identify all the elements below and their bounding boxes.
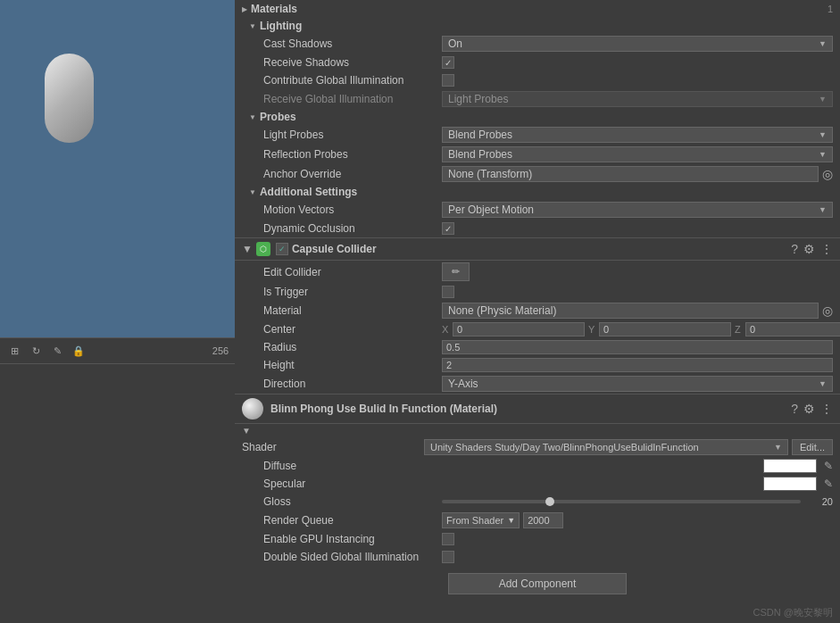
materials-section-header[interactable]: ▶ Materials 1 <box>235 0 840 18</box>
radius-input[interactable] <box>442 340 833 354</box>
height-label: Height <box>263 359 442 371</box>
shader-dropdown[interactable]: Unity Shaders Study/Day Two/BlinnPhongUs… <box>424 439 788 455</box>
brush-tool-icon[interactable]: ✎ <box>48 342 66 360</box>
capsule-collider-title: Capsule Collider <box>292 243 791 255</box>
center-label: Center <box>263 323 442 336</box>
gloss-slider-thumb[interactable] <box>545 497 554 506</box>
inspector-content: ▶ Materials 1 ▼ Lighting Cast Shadows On… <box>235 0 840 609</box>
gloss-slider-container: 20 <box>442 496 833 507</box>
render-queue-dropdown[interactable]: From Shader ▼ <box>442 512 520 528</box>
gpu-instancing-checkbox[interactable] <box>442 533 454 545</box>
double-sided-gi-value <box>442 551 833 563</box>
additional-settings-header[interactable]: ▼ Additional Settings <box>235 184 840 200</box>
probes-label: Probes <box>260 111 296 123</box>
shader-row: Shader Unity Shaders Study/Day Two/Blinn… <box>235 437 840 457</box>
center-y-input[interactable] <box>599 322 731 336</box>
collider-material-target-icon[interactable]: ◎ <box>822 303 833 318</box>
center-x-input[interactable] <box>453 322 585 336</box>
center-x-field: X <box>442 322 585 336</box>
height-input[interactable] <box>442 358 833 372</box>
edit-collider-button[interactable]: ✏ <box>442 262 470 281</box>
collider-help-icon[interactable]: ? <box>791 242 798 256</box>
reflection-probes-row: Reflection Probes Blend Probes ▼ <box>235 145 840 164</box>
toolbar-icons: ⊞ ↻ ✎ 🔒 256 <box>0 338 235 364</box>
reflection-probes-dropdown-arrow-icon: ▼ <box>819 150 827 159</box>
diffuse-color-swatch[interactable] <box>763 459 817 473</box>
collider-material-dropdown[interactable]: None (Physic Material) <box>442 303 819 319</box>
capsule-collider-header: ▼ ⬡ ✓ Capsule Collider ? ⚙ ⋮ <box>235 237 840 261</box>
move-tool-icon[interactable]: ⊞ <box>5 342 23 360</box>
specular-eyedropper-icon[interactable]: ✎ <box>824 478 833 490</box>
additional-settings-label: Additional Settings <box>260 186 357 198</box>
material-help-icon[interactable]: ? <box>791 402 798 416</box>
center-z-input[interactable] <box>745 322 840 336</box>
diffuse-eyedropper-icon[interactable]: ✎ <box>824 460 833 472</box>
direction-row: Direction Y-Axis ▼ <box>235 374 840 394</box>
lighting-section-header[interactable]: ▼ Lighting <box>235 18 840 34</box>
light-probes-label: Light Probes <box>263 129 442 141</box>
center-z-label: Z <box>735 324 744 335</box>
light-probes-dropdown[interactable]: Blend Probes ▼ <box>442 127 833 143</box>
rotate-tool-icon[interactable]: ↻ <box>27 342 45 360</box>
render-queue-input[interactable] <box>523 512 563 528</box>
collider-settings-icon[interactable]: ⚙ <box>803 242 815 256</box>
light-probes-dropdown-text: Blend Probes <box>448 129 512 141</box>
add-component-button[interactable]: Add Component <box>448 573 627 594</box>
is-trigger-checkbox[interactable] <box>442 286 454 298</box>
gloss-slider-track[interactable] <box>442 500 801 503</box>
receive-gi-dropdown[interactable]: Light Probes ▼ <box>442 91 833 107</box>
shader-dropdown-arrow-icon: ▼ <box>774 443 782 452</box>
add-component-row: Add Component <box>235 566 840 602</box>
center-z-field: Z <box>735 322 840 336</box>
direction-dropdown[interactable]: Y-Axis ▼ <box>442 376 833 392</box>
render-queue-dropdown-arrow-icon: ▼ <box>507 516 515 525</box>
receive-shadows-checkbox[interactable] <box>442 56 454 69</box>
material-settings-icon[interactable]: ⚙ <box>803 402 815 416</box>
materials-count: 1 <box>828 4 833 14</box>
collider-menu-icon[interactable]: ⋮ <box>820 242 833 256</box>
scene-view <box>0 0 235 339</box>
receive-gi-value: Light Probes ▼ <box>442 91 833 107</box>
cast-shadows-dropdown[interactable]: On ▼ <box>442 36 833 52</box>
shader-edit-button[interactable]: Edit... <box>792 439 833 455</box>
reflection-probes-dropdown[interactable]: Blend Probes ▼ <box>442 146 833 162</box>
gloss-value: 20 <box>442 496 833 507</box>
collider-enable-checkbox[interactable]: ✓ <box>276 243 288 255</box>
shader-dropdown-text: Unity Shaders Study/Day Two/BlinnPhongUs… <box>430 442 699 453</box>
receive-gi-dropdown-arrow-icon: ▼ <box>819 95 827 104</box>
collider-expand-arrow-icon: ▼ <box>242 243 253 255</box>
motion-vectors-row: Motion Vectors Per Object Motion ▼ <box>235 200 840 220</box>
specular-color-swatch[interactable] <box>763 477 817 491</box>
material-ball-icon <box>242 398 263 419</box>
anchor-override-row: Anchor Override None (Transform) ◎ <box>235 164 840 184</box>
contribute-gi-value <box>442 74 833 87</box>
materials-label: Materials <box>251 3 297 15</box>
gpu-instancing-row: Enable GPU Instancing <box>235 530 840 548</box>
receive-shadows-row: Receive Shadows <box>235 54 840 71</box>
edit-collider-row: Edit Collider ✏ <box>235 261 840 283</box>
material-expand-row: ▼ <box>235 424 840 437</box>
dynamic-occlusion-checkbox[interactable] <box>442 222 454 235</box>
double-sided-gi-label: Double Sided Global Illumination <box>263 551 442 563</box>
anchor-override-target-icon[interactable]: ◎ <box>822 167 833 181</box>
collider-actions: ? ⚙ ⋮ <box>791 242 833 256</box>
material-menu-icon[interactable]: ⋮ <box>820 402 833 416</box>
probes-section-header[interactable]: ▼ Probes <box>235 109 840 125</box>
light-probes-value: Blend Probes ▼ <box>442 127 833 143</box>
height-row: Height <box>235 356 840 374</box>
material-title: Blinn Phong Use Bulid In Function (Mater… <box>270 403 791 415</box>
radius-label: Radius <box>263 341 442 353</box>
contribute-gi-checkbox[interactable] <box>442 74 454 87</box>
center-value: X Y Z <box>442 322 840 336</box>
lock-icon[interactable]: 🔒 <box>70 342 87 360</box>
motion-vectors-dropdown[interactable]: Per Object Motion ▼ <box>442 202 833 218</box>
double-sided-gi-row: Double Sided Global Illumination <box>235 548 840 566</box>
main-layout: ⊞ ↻ ✎ 🔒 256 ▶ Materials 1 ▼ Lighting <box>0 0 840 623</box>
is-trigger-value <box>442 286 833 298</box>
capsule-object <box>45 54 94 143</box>
gloss-label: Gloss <box>263 495 442 508</box>
anchor-override-dropdown[interactable]: None (Transform) <box>442 166 819 182</box>
direction-dropdown-arrow-icon: ▼ <box>819 379 827 388</box>
double-sided-gi-checkbox[interactable] <box>442 551 454 563</box>
is-trigger-row: Is Trigger <box>235 283 840 301</box>
